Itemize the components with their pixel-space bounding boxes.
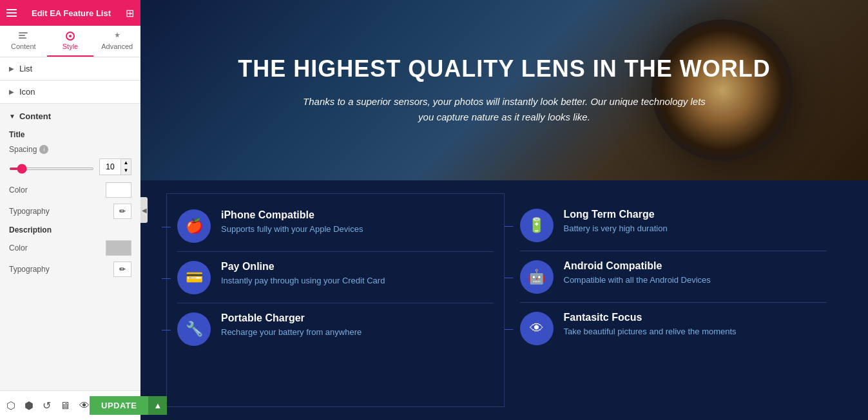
title-color-picker[interactable] [106, 182, 131, 198]
pay-text: Pay Online Instantly pay through using y… [221, 261, 385, 287]
main-content: THE HIGHEST QUALITY LENS IN THE WORLD Th… [140, 0, 868, 420]
focus-icon: 👁 [520, 312, 554, 345]
sidebar-body: ▶ List ▶ Icon ▼ Content Title Spacing i [0, 57, 140, 420]
svg-rect-0 [19, 32, 28, 33]
content-section: ▼ Content Title Spacing i 10 ▲ [0, 104, 140, 282]
eye-icon[interactable]: 👁 [79, 400, 90, 412]
title-typography-label: Typography [9, 207, 50, 216]
tabs-bar: Content Style Advanced [0, 26, 140, 57]
android-text: Android Compatible Compatible with all t… [564, 260, 711, 286]
list-section-row[interactable]: ▶ List [0, 57, 140, 81]
charger-text: Portable Charger Recharge your battery f… [221, 312, 362, 338]
charger-desc: Recharge your battery from anywhere [221, 327, 362, 338]
pay-title: Pay Online [221, 261, 385, 272]
spacing-slider-row: 10 ▲ ▼ [0, 157, 140, 179]
spacing-arrows: ▲ ▼ [121, 159, 131, 175]
iphone-desc: Supports fully with your Apple Devices [221, 224, 363, 235]
grid-icon[interactable]: ⊞ [126, 7, 134, 19]
tab-content[interactable]: Content [0, 26, 47, 57]
title-typography-row: Typography ✏ [0, 201, 140, 222]
icon-arrow-icon: ▶ [9, 88, 14, 95]
svg-point-4 [69, 35, 72, 37]
focus-text: Fantasitc Focus Take beautiful pictures … [564, 312, 737, 338]
feature-item-charger: 🔧 Portable Charger Recharge your battery… [177, 303, 494, 355]
undo-icon[interactable]: ↺ [43, 399, 51, 412]
sidebar: Edit EA Feature List ⊞ Content Style Adv… [0, 0, 140, 420]
icon-section-row[interactable]: ▶ Icon [0, 81, 140, 104]
tab-style-label: Style [63, 43, 78, 50]
feature-item-android: 🤖 Android Compatible Compatible with all… [520, 251, 827, 303]
battery-text: Long Term Charge Battery is very high du… [564, 209, 668, 234]
content-section-header[interactable]: ▼ Content [0, 106, 140, 126]
desc-color-label: Color [9, 243, 28, 253]
sidebar-title: Edit EA Feature List [32, 8, 111, 18]
tab-advanced-label: Advanced [101, 43, 133, 50]
battery-desc: Battery is very high duration [564, 223, 668, 234]
spacing-number-input: 10 ▲ ▼ [99, 158, 131, 175]
tab-content-label: Content [11, 43, 36, 50]
feature-item-focus: 👁 Fantasitc Focus Take beautiful picture… [520, 303, 827, 354]
spacing-slider-container [9, 161, 94, 173]
tab-advanced[interactable]: Advanced [93, 26, 140, 57]
features-section: 🍎 iPhone Compatible Supports fully with … [140, 180, 868, 420]
footer-icons: ⬡ ⬢ ↺ 🖥 👁 [6, 399, 90, 412]
desc-typography-row: Typography ✏ [0, 259, 140, 280]
hero-subtitle: Thanks to a superior sensors, your photo… [298, 94, 710, 125]
charger-title: Portable Charger [221, 312, 362, 324]
collapse-icon: ◀ [142, 207, 147, 214]
sidebar-footer: ⬡ ⬢ ↺ 🖥 👁 UPDATE ▲ [0, 390, 140, 420]
focus-desc: Take beautiful pictures and relive the m… [564, 326, 737, 338]
spacing-slider[interactable] [9, 167, 94, 170]
description-subsection-label: Description [0, 222, 140, 237]
feature-item-battery: 🔋 Long Term Charge Battery is very high … [520, 200, 827, 251]
focus-title: Fantasitc Focus [564, 312, 737, 323]
spacing-label: Spacing i [9, 145, 48, 154]
battery-icon: 🔋 [520, 209, 554, 242]
desc-typography-label: Typography [9, 265, 50, 274]
feature-item-iphone: 🍎 iPhone Compatible Supports fully with … [177, 200, 494, 252]
update-button[interactable]: UPDATE [90, 396, 148, 415]
desc-color-row: Color [0, 237, 140, 259]
hamburger-menu[interactable] [6, 9, 17, 17]
pay-desc: Instantly pay through using your Credit … [221, 275, 385, 287]
layers-icon[interactable]: ⬡ [6, 399, 15, 412]
tab-style[interactable]: Style [47, 26, 94, 57]
collapse-handle[interactable]: ◀ [140, 197, 148, 223]
hero-title: THE HIGHEST QUALITY LENS IN THE WORLD [238, 55, 770, 82]
features-right-col: 🔋 Long Term Charge Battery is very high … [505, 193, 843, 407]
spacing-decrement[interactable]: ▼ [121, 167, 131, 175]
spacing-info-icon: i [39, 145, 48, 154]
content-section-label: Content [19, 111, 51, 121]
features-left-col: 🍎 iPhone Compatible Supports fully with … [166, 193, 505, 407]
hero-content: THE HIGHEST QUALITY LENS IN THE WORLD Th… [212, 55, 796, 125]
title-color-label: Color [9, 186, 28, 195]
stack-icon[interactable]: ⬢ [24, 399, 34, 412]
sidebar-header: Edit EA Feature List ⊞ [0, 0, 140, 26]
iphone-text: iPhone Compatible Supports fully with yo… [221, 209, 363, 235]
battery-title: Long Term Charge [564, 209, 668, 220]
desc-color-picker[interactable] [106, 240, 131, 256]
svg-rect-1 [19, 35, 25, 36]
feature-item-pay: 💳 Pay Online Instantly pay through using… [177, 252, 494, 303]
spacing-increment[interactable]: ▲ [121, 159, 131, 167]
title-subsection-label: Title [0, 126, 140, 142]
spacing-control-row: Spacing i [0, 142, 140, 157]
desktop-icon[interactable]: 🖥 [60, 400, 70, 412]
title-typography-edit-button[interactable]: ✏ [113, 204, 131, 219]
icon-label: Icon [19, 87, 35, 97]
android-title: Android Compatible [564, 260, 711, 272]
android-desc: Compatible with all the Android Devices [564, 274, 711, 286]
update-dropdown-button[interactable]: ▲ [148, 396, 167, 415]
spacing-number-field[interactable]: 10 [100, 161, 121, 173]
update-button-group: UPDATE ▲ [90, 396, 167, 415]
list-arrow-icon: ▶ [9, 65, 14, 72]
iphone-title: iPhone Compatible [221, 209, 363, 221]
content-arrow-icon: ▼ [9, 113, 15, 120]
charger-icon: 🔧 [177, 312, 211, 346]
title-color-row: Color [0, 179, 140, 201]
iphone-icon: 🍎 [177, 209, 211, 243]
desc-typography-edit-button[interactable]: ✏ [113, 262, 131, 277]
hero-section: THE HIGHEST QUALITY LENS IN THE WORLD Th… [140, 0, 868, 180]
android-icon: 🤖 [520, 260, 554, 294]
pay-icon: 💳 [177, 261, 211, 294]
